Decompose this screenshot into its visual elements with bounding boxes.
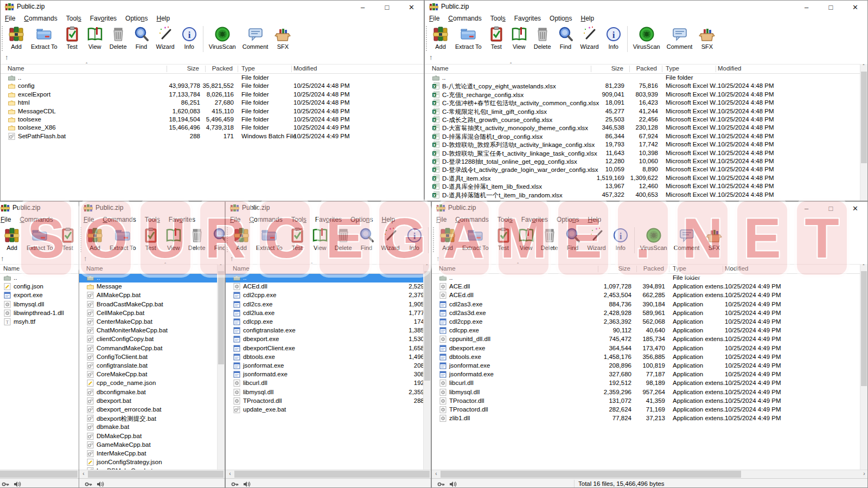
toolbar-add-button[interactable]: Add — [429, 25, 452, 50]
toolbar-delete-button[interactable]: Delete — [538, 226, 561, 251]
toolbar-view-button[interactable]: View — [508, 25, 531, 50]
toolbar-comment-button[interactable]: Comment — [663, 25, 696, 50]
column-header-packed[interactable]: Packed — [212, 65, 233, 72]
toolbar-find-button[interactable]: Find — [209, 226, 225, 251]
menu-help[interactable]: Help — [576, 14, 598, 22]
horizontal-scrollbar[interactable]: ‹› — [432, 470, 867, 478]
scroll-left-arrow[interactable]: ‹ — [433, 471, 439, 477]
file-row[interactable]: libmysql.dll2,359,296957,264Application … — [432, 388, 867, 397]
toolbar-view-button[interactable]: View — [84, 25, 106, 50]
column-header-type[interactable]: Type — [241, 65, 255, 72]
scroll-up-arrow[interactable]: ˆ — [424, 264, 430, 270]
menu-tools[interactable]: Tools — [141, 215, 164, 223]
scroll-up-arrow[interactable]: ˆ — [860, 64, 867, 70]
column-header-name[interactable]: Name — [8, 65, 24, 72]
file-row[interactable]: update_exe.bat7 — [226, 406, 431, 414]
toolbar-extract-to-button[interactable]: Extract To — [253, 226, 286, 251]
file-row[interactable]: config43,993,77835,821,552File folder10/… — [1, 82, 424, 91]
file-row[interactable]: .. — [226, 274, 431, 282]
file-row[interactable]: dbexportClient.exe1,658,88 — [226, 344, 431, 353]
toolbar-delete-button[interactable]: Delete — [331, 226, 355, 251]
file-row[interactable]: ACEd.dll2,529,28 — [226, 282, 431, 291]
file-row[interactable]: ConfigToClient.bat — [79, 353, 225, 362]
file-row[interactable]: XD-敦煌联动_聚宝任务t_activity_linkage_task_conf… — [425, 149, 867, 158]
file-row[interactable]: libmysql.dll2,359,29 — [226, 388, 431, 397]
file-row[interactable]: Tmsyh.ttf — [0, 318, 79, 326]
file-row[interactable]: libcurl.dll192,51 — [226, 379, 431, 388]
file-row[interactable]: cdl2cpp.exe2,379,77 — [226, 291, 431, 300]
menu-tools[interactable]: Tools — [62, 14, 86, 22]
toolbar-add-button[interactable]: Add — [5, 25, 28, 50]
scrollbar-thumb[interactable] — [861, 72, 867, 163]
file-row[interactable]: GameMakeCpp.bat — [79, 441, 225, 450]
toolbar-info-button[interactable]: iInfo — [403, 226, 426, 251]
toolbar-add-button[interactable]: Add — [84, 226, 106, 251]
menu-favorites[interactable]: Favorites — [510, 14, 545, 22]
toolbar-comment-button[interactable]: Comment — [239, 25, 272, 50]
column-header-packed[interactable]: Packed — [643, 265, 664, 272]
toolbar-info-button[interactable]: iInfo — [178, 25, 201, 50]
file-row[interactable]: dbexport.bat — [79, 397, 225, 406]
up-one-level-button[interactable]: ↑ — [84, 254, 87, 262]
menu-help[interactable]: Help — [377, 215, 399, 223]
close-button[interactable]: ✕ — [843, 202, 867, 216]
up-one-level-button[interactable]: ↑ — [436, 254, 440, 262]
column-header-modified[interactable]: Modified — [725, 265, 748, 272]
file-row[interactable]: XD-登录1288抽t_total_online_get_egg_config.… — [425, 157, 867, 166]
vertical-scrollbar[interactable]: ˆ — [860, 64, 867, 201]
toolbar-comment-button[interactable]: Comment — [671, 226, 703, 251]
file-row[interactable]: .. — [0, 274, 79, 282]
scroll-left-arrow[interactable]: ‹ — [227, 471, 233, 477]
file-row[interactable]: CenterMakeCpp.bat — [79, 318, 225, 326]
toolbar-test-button[interactable]: Test — [139, 226, 162, 251]
column-header-name[interactable]: Name — [86, 265, 103, 272]
horizontal-scrollbar[interactable] — [0, 470, 79, 478]
toolbar-wizard-button[interactable]: Wizard — [153, 25, 178, 50]
file-row[interactable]: ACEd.dll2,453,504662,285Application exte… — [432, 291, 867, 300]
vertical-scrollbar[interactable]: ˆ — [860, 264, 867, 470]
file-row[interactable]: export.exe — [0, 291, 79, 300]
maximize-button[interactable]: □ — [375, 1, 399, 15]
scroll-left-arrow[interactable]: ‹ — [80, 471, 87, 477]
file-row[interactable]: XB-八荒论道t_copy_eight_wastelands.xlsx81,23… — [425, 82, 867, 91]
column-header-name[interactable]: Name — [439, 265, 456, 272]
file-row[interactable]: cdl2cs.exe1,905,15 — [226, 300, 431, 309]
menu-file[interactable]: File — [425, 14, 444, 22]
menu-options[interactable]: Options — [346, 215, 377, 223]
toolbar-virusscan-button[interactable]: VirusScan — [206, 25, 239, 50]
file-row[interactable]: XC-常规限定礼包t_limit_gift_config.xlsx45,2774… — [425, 107, 867, 116]
file-row[interactable]: cdlcpp.exe90,11240,640Application10/25/2… — [432, 326, 867, 335]
file-row[interactable]: XC-充值冲榜+春节红包活动t_activity_common_config.x… — [425, 99, 867, 107]
file-row[interactable]: ..File folder — [425, 74, 867, 82]
toolbar-info-button[interactable]: iInfo — [609, 226, 632, 251]
toolbar-extract-to-button[interactable]: Extract To — [106, 226, 139, 251]
menu-commands[interactable]: Commands — [15, 215, 57, 223]
menu-file[interactable]: File — [1, 14, 20, 22]
file-row[interactable]: XD-道具掉落随机一个t_item_lib_random.xlsx457,322… — [425, 191, 867, 200]
menu-commands[interactable]: Commands — [451, 215, 493, 223]
column-header-modified[interactable]: Modified — [718, 65, 741, 72]
toolbar-extract-to-button[interactable]: Extract To — [452, 25, 485, 50]
toolbar-sfx-button[interactable]: SFX — [695, 25, 718, 50]
menu-help[interactable]: Help — [583, 215, 605, 223]
toolbar-sfx-button[interactable]: SFX — [271, 25, 294, 50]
toolbar-add-button[interactable]: Add — [230, 226, 253, 251]
file-row[interactable]: jsonformat.exe208,89 — [226, 362, 431, 370]
file-row[interactable]: toolsexe_X8615,466,4964,739,318File fold… — [1, 124, 424, 132]
toolbar-virusscan-button[interactable]: VirusScan — [630, 25, 663, 50]
file-row[interactable]: InterMakeCpp.bat — [79, 450, 225, 458]
toolbar-wizard-button[interactable]: Wizard — [584, 226, 609, 251]
menu-favorites[interactable]: Favorites — [86, 14, 121, 22]
scrollbar-thumb[interactable] — [218, 271, 224, 364]
file-row[interactable]: XC-成长之路t_growth_course_config.xlsx25,503… — [425, 115, 867, 124]
column-header-type[interactable]: Type — [666, 65, 679, 72]
file-row[interactable]: cpp_code_name.json — [79, 379, 225, 388]
column-header-size[interactable]: Size — [611, 65, 623, 72]
file-row[interactable]: ChatMoniterMakeCpp.bat — [79, 326, 225, 335]
file-row[interactable]: dbexport.exe364,544173,470Application10/… — [432, 344, 867, 353]
toolbar-find-button[interactable]: Find — [554, 25, 577, 50]
menu-commands[interactable]: Commands — [444, 14, 486, 22]
menu-file[interactable]: File — [226, 215, 245, 223]
file-row[interactable]: XD-登录战令t_activity_grade_login_war_order_… — [425, 165, 867, 174]
column-header-name[interactable]: Name — [432, 65, 449, 72]
